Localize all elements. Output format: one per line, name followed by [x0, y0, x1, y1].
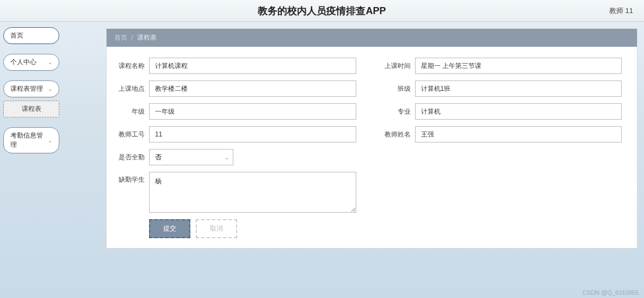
form-panel: 首页 / 课程表 课程名称 上课时间 上课地点	[106, 28, 637, 249]
class-time-label: 上课时间	[378, 61, 411, 71]
breadcrumb-home-link[interactable]: 首页	[114, 34, 127, 41]
major-label: 专业	[378, 107, 411, 116]
chevron-down-icon: ⌄	[48, 86, 52, 92]
sidebar-item-label: 课程表	[22, 105, 41, 113]
absent-students-textarea[interactable]	[149, 172, 356, 213]
location-label: 上课地点	[112, 84, 145, 94]
schedule-form: 课程名称 上课时间 上课地点 班级	[107, 47, 637, 248]
main-content: 首页 / 课程表 课程名称 上课时间 上课地点	[63, 22, 644, 298]
sidebar-item-profile[interactable]: 个人中心 ⌄	[3, 54, 59, 71]
teacher-name-label: 教师姓名	[378, 130, 411, 139]
sidebar-item-label: 首页	[10, 31, 23, 40]
submit-button[interactable]: 提交	[149, 219, 190, 238]
current-user-label: 教师 11	[609, 6, 633, 16]
course-name-input[interactable]	[149, 58, 356, 74]
watermark-text: CSDN @Q_6310855	[583, 289, 639, 296]
teacher-id-input[interactable]	[149, 126, 356, 142]
major-input[interactable]	[415, 103, 622, 120]
course-name-label: 课程名称	[112, 61, 145, 71]
absent-students-label: 缺勤学生	[112, 172, 145, 184]
sidebar-nav: 首页 个人中心 ⌄ 课程表管理 ⌄ 课程表 考勤信息管理 ⌄	[0, 22, 63, 298]
app-header: 教务的校内人员疫情排查APP 教师 11	[0, 0, 644, 22]
chevron-down-icon: ⌄	[48, 138, 52, 144]
class-time-input[interactable]	[415, 58, 622, 74]
breadcrumb: 首页 / 课程表	[107, 29, 637, 47]
location-input[interactable]	[149, 80, 356, 97]
cancel-button[interactable]: 取消	[196, 219, 237, 238]
sidebar-item-schedule-mgmt[interactable]: 课程表管理 ⌄	[3, 80, 59, 97]
class-label: 班级	[378, 84, 411, 94]
full-attendance-select[interactable]	[149, 149, 233, 165]
breadcrumb-current: 课程表	[137, 34, 157, 41]
chevron-down-icon: ⌄	[48, 59, 52, 65]
sidebar-item-label: 课程表管理	[10, 84, 43, 94]
grade-input[interactable]	[149, 103, 356, 120]
app-title: 教务的校内人员疫情排查APP	[9, 4, 635, 17]
class-input[interactable]	[415, 80, 622, 97]
sidebar-item-home[interactable]: 首页	[3, 27, 59, 44]
teacher-id-label: 教师工号	[112, 130, 145, 139]
sidebar-subitem-schedule[interactable]: 课程表	[3, 101, 59, 117]
grade-label: 年级	[112, 107, 145, 116]
full-attendance-label: 是否全勤	[112, 153, 145, 162]
sidebar-item-label: 考勤信息管理	[10, 131, 48, 150]
breadcrumb-separator: /	[131, 34, 133, 41]
sidebar-item-label: 个人中心	[10, 58, 36, 67]
teacher-name-input[interactable]	[415, 126, 622, 142]
sidebar-item-attendance-mgmt[interactable]: 考勤信息管理 ⌄	[3, 127, 59, 153]
